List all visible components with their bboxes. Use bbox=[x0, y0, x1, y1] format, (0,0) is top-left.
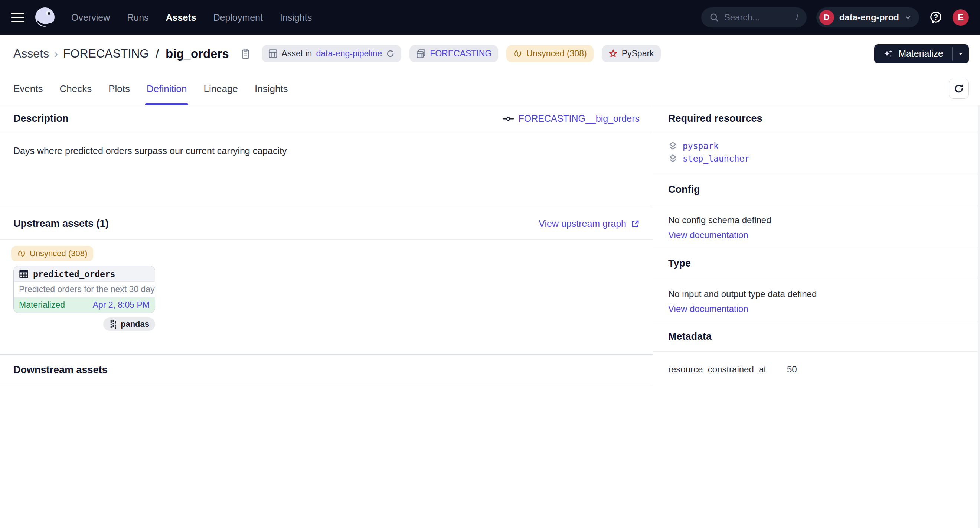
resources-title: Required resources bbox=[668, 113, 762, 124]
tag-group-forecasting[interactable]: FORECASTING bbox=[409, 45, 498, 62]
copy-asset-name-icon[interactable] bbox=[240, 48, 251, 59]
breadcrumb: Assets › FORECASTING / big_orders bbox=[13, 47, 251, 61]
tag-unsynced[interactable]: Unsynced (308) bbox=[506, 45, 593, 62]
sync-alert-icon bbox=[513, 49, 522, 58]
definition-right-column: Required resources pyspark step_launcher… bbox=[653, 105, 980, 528]
job-op-icon bbox=[503, 115, 514, 123]
nav-item-runs[interactable]: Runs bbox=[127, 12, 148, 23]
type-view-documentation-link[interactable]: View documentation bbox=[668, 304, 967, 314]
asset-tabs: Events Checks Plots Definition Lineage I… bbox=[13, 72, 288, 105]
refresh-icon bbox=[954, 84, 964, 94]
asset-header-row: Assets › FORECASTING / big_orders Asset … bbox=[0, 35, 980, 72]
tab-checks[interactable]: Checks bbox=[60, 72, 92, 105]
metadata-key: resource_constrained_at bbox=[668, 364, 787, 375]
nav-item-overview[interactable]: Overview bbox=[71, 12, 110, 23]
refresh-button[interactable] bbox=[949, 79, 969, 99]
pyspark-star-icon bbox=[608, 49, 618, 58]
search-shortcut-hint: / bbox=[796, 12, 799, 23]
main-nav: Overview Runs Assets Deployment Insights bbox=[71, 12, 312, 23]
dagster-logo-icon[interactable] bbox=[34, 7, 56, 28]
resources-section-header: Required resources bbox=[653, 105, 980, 132]
breadcrumb-slash: / bbox=[156, 47, 159, 60]
description-body: Days where predicted orders surpass our … bbox=[0, 132, 653, 208]
search-placeholder: Search... bbox=[724, 12, 760, 23]
status-badge: Materialized bbox=[19, 300, 65, 310]
description-section-header: Description FORECASTING__big_orders bbox=[0, 105, 653, 132]
tag-prefix: Asset in bbox=[282, 49, 312, 59]
materialize-label: Materialize bbox=[898, 48, 943, 59]
tab-definition[interactable]: Definition bbox=[146, 72, 187, 105]
config-title: Config bbox=[668, 184, 700, 195]
config-section-header: Config bbox=[653, 174, 980, 205]
materialization-timestamp-link[interactable]: Apr 2, 8:05 PM bbox=[93, 300, 150, 310]
downstream-title: Downstream assets bbox=[13, 364, 108, 376]
job-link-label: FORECASTING__big_orders bbox=[518, 113, 640, 124]
nav-item-deployment[interactable]: Deployment bbox=[213, 12, 263, 23]
asset-tags: Asset in data-eng-pipeline FORECASTING U… bbox=[262, 45, 661, 62]
tag-unsynced-label: Unsynced (308) bbox=[527, 49, 587, 59]
search-input[interactable]: Search... / bbox=[701, 8, 807, 27]
asset-tabs-row: Events Checks Plots Definition Lineage I… bbox=[0, 72, 980, 105]
metadata-section-header: Metadata bbox=[653, 322, 980, 351]
tag-asset-in-pipeline[interactable]: Asset in data-eng-pipeline bbox=[262, 45, 402, 62]
tag-kind-pyspark[interactable]: PySpark bbox=[602, 45, 661, 62]
scrollbar[interactable] bbox=[978, 105, 980, 528]
nav-item-insights[interactable]: Insights bbox=[280, 12, 312, 23]
user-avatar[interactable]: E bbox=[953, 9, 969, 25]
table-icon bbox=[268, 49, 278, 58]
asset-card-name: predicted_orders bbox=[33, 269, 115, 279]
job-link[interactable]: FORECASTING__big_orders bbox=[503, 113, 640, 124]
config-view-documentation-link[interactable]: View documentation bbox=[668, 230, 967, 240]
pipeline-link[interactable]: data-eng-pipeline bbox=[316, 49, 382, 59]
upstream-badge-label: Unsynced (308) bbox=[30, 249, 87, 258]
external-link-icon bbox=[631, 219, 640, 228]
upstream-asset-card[interactable]: predicted_orders Predicted orders for th… bbox=[13, 266, 155, 313]
resource-link-pyspark[interactable]: pyspark bbox=[682, 141, 719, 151]
tab-lineage[interactable]: Lineage bbox=[204, 72, 238, 105]
asset-card-status-row: Materialized Apr 2, 8:05 PM bbox=[14, 297, 155, 313]
sparkles-icon bbox=[883, 49, 894, 59]
type-title: Type bbox=[668, 258, 691, 269]
nav-item-assets[interactable]: Assets bbox=[166, 12, 196, 23]
view-upstream-graph-label: View upstream graph bbox=[539, 218, 626, 229]
upstream-unsynced-badge[interactable]: Unsynced (308) bbox=[11, 246, 93, 261]
asset-card-header: predicted_orders bbox=[14, 266, 155, 282]
downstream-section-header: Downstream assets bbox=[0, 354, 653, 385]
breadcrumb-separator: › bbox=[54, 48, 58, 60]
hamburger-menu-icon[interactable] bbox=[11, 13, 24, 22]
type-section-header: Type bbox=[653, 248, 980, 279]
metadata-row: resource_constrained_at 50 bbox=[653, 351, 980, 375]
svg-text:?: ? bbox=[934, 13, 938, 21]
tab-plots[interactable]: Plots bbox=[108, 72, 130, 105]
upstream-section-header: Upstream assets (1) View upstream graph bbox=[0, 208, 653, 240]
config-empty-state: No config schema defined View documentat… bbox=[653, 205, 980, 248]
breadcrumb-assets-link[interactable]: Assets bbox=[13, 47, 49, 60]
view-upstream-graph-link[interactable]: View upstream graph bbox=[539, 218, 640, 229]
resource-link-step-launcher[interactable]: step_launcher bbox=[682, 154, 749, 163]
help-icon[interactable]: ? bbox=[929, 10, 943, 24]
definition-left-column: Description FORECASTING__big_orders Days… bbox=[0, 105, 653, 528]
table-icon bbox=[19, 269, 29, 279]
deployment-name: data-eng-prod bbox=[839, 12, 899, 23]
kind-tag-label: pandas bbox=[121, 319, 149, 329]
resource-item: step_launcher bbox=[668, 154, 967, 163]
metadata-title: Metadata bbox=[668, 331, 712, 342]
upstream-body: Unsynced (308) predicted_orders Predicte… bbox=[0, 240, 653, 354]
tab-events[interactable]: Events bbox=[13, 72, 43, 105]
sync-alert-icon bbox=[17, 249, 26, 258]
tag-kind-label: PySpark bbox=[622, 49, 654, 59]
type-empty-text: No input and output type data defined bbox=[668, 289, 967, 299]
breadcrumb-group: FORECASTING bbox=[63, 47, 149, 60]
materialize-dropdown-button[interactable] bbox=[953, 44, 969, 64]
description-text: Days where predicted orders surpass our … bbox=[13, 146, 286, 156]
materialize-split-button: Materialize bbox=[874, 44, 969, 64]
deployment-switcher[interactable]: D data-eng-prod bbox=[816, 8, 919, 27]
kind-tag-pandas[interactable]: pandas bbox=[103, 318, 155, 331]
deployment-badge: D bbox=[819, 10, 834, 25]
metadata-value: 50 bbox=[787, 364, 797, 375]
materialize-button[interactable]: Materialize bbox=[874, 44, 952, 64]
config-empty-text: No config schema defined bbox=[668, 215, 967, 225]
tab-insights[interactable]: Insights bbox=[255, 72, 288, 105]
refresh-small-icon bbox=[386, 49, 395, 58]
tag-group-label: FORECASTING bbox=[430, 49, 492, 59]
